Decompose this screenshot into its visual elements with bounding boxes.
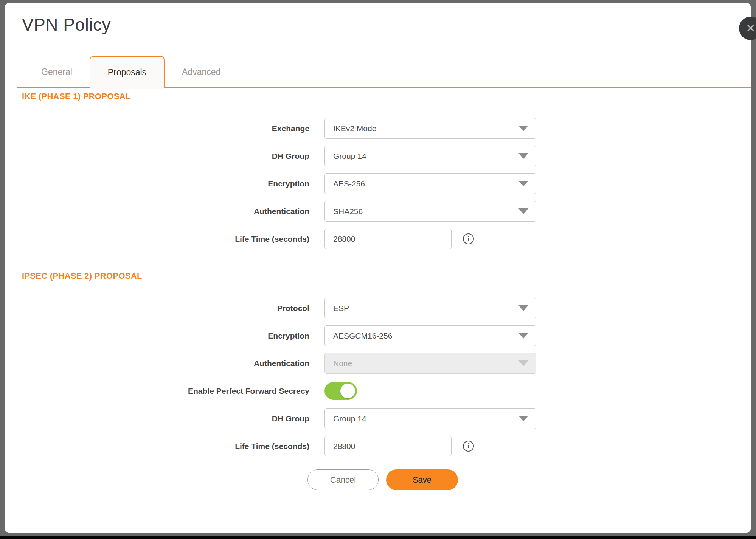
- chevron-down-icon: [518, 126, 528, 131]
- field-label: DH Group: [22, 414, 324, 423]
- chevron-down-icon: [518, 208, 528, 214]
- ipsec-authentication-select: None: [324, 353, 536, 374]
- ike-row-dh-group: DH GroupGroup 14: [22, 146, 751, 166]
- ike-dh-group-select[interactable]: Group 14: [324, 146, 536, 166]
- select-value: AES-256: [333, 179, 365, 188]
- field-label: Encryption: [22, 331, 324, 340]
- dialog-title: VPN Policy: [22, 14, 751, 35]
- chevron-down-icon: [518, 360, 528, 366]
- field-label: Authentication: [22, 359, 324, 368]
- section-divider: [22, 264, 751, 264]
- field-label: Life Time (seconds): [22, 235, 324, 244]
- ipsec-enable-perfect-forward-secrecy-toggle[interactable]: [324, 382, 357, 400]
- field-label: Life Time (seconds): [22, 442, 324, 451]
- ike-row-life-time-seconds: Life Time (seconds)i: [22, 228, 751, 249]
- select-value: Group 14: [333, 152, 366, 161]
- ipsec-life-time-seconds-input[interactable]: [324, 436, 452, 456]
- ipsec-row-enable-perfect-forward-secrecy: Enable Perfect Forward Secrecy: [22, 381, 751, 401]
- field-label: Authentication: [22, 207, 324, 216]
- ike-authentication-select[interactable]: SHA256: [324, 201, 536, 222]
- tab-bar: GeneralProposalsAdvanced: [5, 56, 751, 88]
- close-icon: ✕: [746, 23, 755, 34]
- tab-proposals[interactable]: Proposals: [90, 56, 165, 88]
- chevron-down-icon: [518, 153, 528, 159]
- ike-row-authentication: AuthenticationSHA256: [22, 201, 751, 222]
- toggle-knob: [340, 384, 355, 398]
- ipsec-row-dh-group: DH GroupGroup 14: [22, 408, 751, 429]
- footer-actions: Cancel Save: [307, 469, 751, 490]
- ike-encryption-select[interactable]: AES-256: [324, 173, 536, 194]
- ike-exchange-select[interactable]: IKEv2 Mode: [324, 118, 536, 139]
- info-icon[interactable]: i: [463, 233, 474, 244]
- tab-advanced[interactable]: Advanced: [165, 56, 238, 88]
- ipsec-protocol-select[interactable]: ESP: [324, 298, 536, 318]
- cancel-button[interactable]: Cancel: [307, 469, 379, 490]
- save-button[interactable]: Save: [386, 469, 458, 490]
- field-label: Protocol: [22, 304, 324, 313]
- ike-life-time-seconds-input[interactable]: [324, 229, 452, 249]
- section-heading-ike: IKE (PHASE 1) PROPOSAL: [22, 92, 751, 101]
- select-value: ESP: [333, 304, 349, 313]
- ipsec-row-encryption: EncryptionAESGCM16-256: [22, 325, 751, 346]
- ike-row-exchange: ExchangeIKEv2 Mode: [22, 118, 751, 139]
- field-label: Encryption: [22, 179, 324, 188]
- select-value: AESGCM16-256: [333, 331, 392, 340]
- ipsec-row-protocol: ProtocolESP: [22, 298, 751, 318]
- tab-general[interactable]: General: [24, 56, 90, 88]
- select-value: None: [333, 359, 352, 368]
- ipsec-row-authentication: AuthenticationNone: [22, 353, 751, 374]
- chevron-down-icon: [518, 305, 528, 311]
- field-label: Exchange: [22, 124, 324, 133]
- form-content: IKE (PHASE 1) PROPOSALExchangeIKEv2 Mode…: [5, 92, 751, 457]
- chevron-down-icon: [518, 181, 528, 186]
- section-heading-ipsec: IPSEC (PHASE 2) PROPOSAL: [22, 271, 751, 281]
- ipsec-row-life-time-seconds: Life Time (seconds)i: [22, 436, 751, 457]
- chevron-down-icon: [518, 416, 528, 421]
- field-label: Enable Perfect Forward Secrecy: [22, 387, 324, 396]
- field-label: DH Group: [22, 152, 324, 161]
- ike-row-encryption: EncryptionAES-256: [22, 173, 751, 194]
- vpn-policy-dialog: ✕ VPN Policy GeneralProposalsAdvanced IK…: [5, 3, 751, 533]
- info-icon[interactable]: i: [463, 441, 474, 452]
- ipsec-encryption-select[interactable]: AESGCM16-256: [324, 325, 536, 346]
- chevron-down-icon: [518, 333, 528, 339]
- select-value: Group 14: [333, 414, 366, 423]
- select-value: SHA256: [333, 207, 363, 216]
- ipsec-dh-group-select[interactable]: Group 14: [324, 408, 536, 429]
- select-value: IKEv2 Mode: [333, 124, 376, 133]
